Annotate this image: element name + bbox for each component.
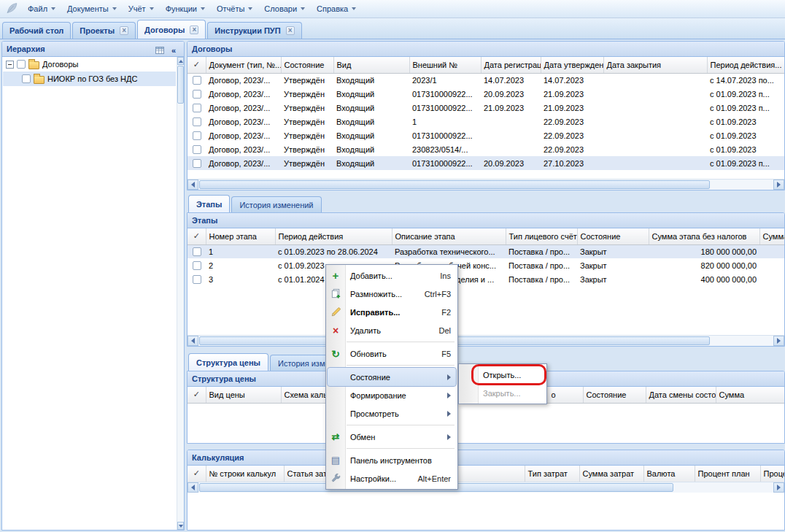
menu-item-delete[interactable]: ×УдалитьDel bbox=[326, 321, 457, 339]
table-row[interactable]: 2с 01.09.2023 по ...Разработка рабочей к… bbox=[187, 258, 784, 272]
column-header[interactable]: Период действия bbox=[275, 228, 392, 244]
table-row[interactable]: Договор, 2023/...УтверждёнВходящий2023/1… bbox=[187, 73, 784, 87]
column-header[interactable]: Дата регистрации bbox=[481, 57, 541, 73]
menu-item-add[interactable]: +Добавить...Ins bbox=[326, 266, 457, 285]
tab-projects[interactable]: Проекты× bbox=[72, 22, 136, 39]
column-header[interactable]: Номер этапа bbox=[206, 228, 275, 244]
tab-close-icon[interactable]: × bbox=[286, 26, 295, 35]
table-row[interactable]: Договор, 2023/...УтверждёнВходящий017310… bbox=[187, 128, 784, 142]
scroll-right-icon[interactable] bbox=[773, 482, 784, 493]
column-header-check[interactable]: ✓ bbox=[187, 57, 206, 73]
row-checkbox[interactable] bbox=[193, 247, 201, 256]
menu-functions[interactable]: Функции bbox=[160, 1, 211, 16]
row-checkbox[interactable] bbox=[193, 90, 201, 99]
horizontal-scrollbar[interactable] bbox=[187, 179, 784, 190]
scrollbar-thumb[interactable] bbox=[199, 180, 710, 189]
column-header[interactable]: Тип лицевого счёт bbox=[506, 228, 577, 244]
column-header[interactable]: Процент план bbox=[695, 466, 760, 482]
column-header[interactable]: Состояние bbox=[577, 228, 649, 244]
column-header[interactable]: Дата утверждения bbox=[541, 57, 603, 73]
tree-node-contracts[interactable]: Договоры bbox=[3, 57, 176, 72]
table-row[interactable]: Договор, 2023/...УтверждёнВходящий017310… bbox=[187, 101, 784, 115]
horizontal-scrollbar[interactable] bbox=[187, 482, 784, 493]
tree-checkbox[interactable] bbox=[17, 60, 26, 69]
menu-accounting[interactable]: Учёт bbox=[123, 1, 160, 16]
menu-item-duplicate[interactable]: Размножить...Ctrl+F3 bbox=[326, 285, 457, 303]
menu-item-close[interactable]: Закрыть... bbox=[459, 384, 546, 402]
row-checkbox[interactable] bbox=[193, 76, 201, 85]
tab-pup-instructions[interactable]: Инструкции ПУП× bbox=[207, 22, 301, 39]
column-header[interactable]: Процент факт bbox=[760, 466, 784, 482]
column-header[interactable]: Валюта bbox=[643, 466, 695, 482]
tab-stages[interactable]: Этапы bbox=[188, 195, 230, 212]
tab-close-icon[interactable]: × bbox=[190, 26, 198, 34]
column-header[interactable]: Состояние bbox=[281, 57, 333, 73]
column-header[interactable]: Сумма bbox=[759, 228, 784, 244]
column-header[interactable]: Описание этапа bbox=[392, 228, 506, 244]
column-header[interactable]: Документ (тип, №... bbox=[206, 57, 281, 73]
column-header[interactable]: Вид bbox=[333, 57, 409, 73]
scroll-right-icon[interactable] bbox=[773, 336, 784, 346]
row-checkbox[interactable] bbox=[193, 159, 201, 168]
tab-change-history[interactable]: История изменений bbox=[231, 196, 321, 212]
vertical-scrollbar[interactable] bbox=[177, 57, 184, 530]
row-checkbox[interactable] bbox=[193, 117, 201, 126]
menu-item-toolbar[interactable]: ▤Панель инструментов bbox=[326, 451, 457, 469]
grid-icon[interactable] bbox=[154, 45, 166, 55]
column-header[interactable]: Сумма bbox=[716, 387, 784, 403]
menu-item-state[interactable]: Состояние bbox=[328, 368, 456, 386]
scroll-up-icon[interactable] bbox=[177, 57, 184, 65]
tree-checkbox[interactable] bbox=[22, 74, 31, 83]
tab-contracts[interactable]: Договоры× bbox=[137, 20, 206, 39]
table-row[interactable]: 3с 01.01.2024 по ...Изготовление изделия… bbox=[187, 272, 784, 286]
horizontal-scrollbar[interactable] bbox=[187, 335, 784, 346]
column-header[interactable]: Дата смены состоя bbox=[646, 387, 716, 403]
menu-file[interactable]: Файл bbox=[22, 1, 61, 16]
scroll-left-icon[interactable] bbox=[187, 482, 198, 493]
column-header[interactable]: Период действия... bbox=[707, 57, 784, 73]
menu-item-edit[interactable]: Исправить...F2 bbox=[326, 303, 457, 321]
cell: Договор, 2023/... bbox=[206, 115, 281, 128]
column-header-check[interactable]: ✓ bbox=[187, 466, 206, 482]
column-header[interactable]: Сумма затрат bbox=[579, 466, 643, 482]
column-header[interactable]: Сумма этапа без налогов bbox=[649, 228, 759, 244]
menu-item-refresh[interactable]: ↻ОбновитьF5 bbox=[326, 344, 457, 363]
menu-item-exchange[interactable]: ⇄Обмен bbox=[326, 428, 457, 446]
tab-desktop[interactable]: Рабочий стол bbox=[2, 22, 71, 39]
row-checkbox[interactable] bbox=[193, 145, 201, 154]
column-header[interactable]: Внешний № bbox=[409, 57, 481, 73]
tab-close-icon[interactable]: × bbox=[120, 26, 128, 35]
row-checkbox[interactable] bbox=[193, 275, 201, 284]
column-header[interactable]: Дата закрытия bbox=[603, 57, 707, 73]
menu-reports[interactable]: Отчёты bbox=[211, 1, 258, 16]
column-header[interactable]: Тип затрат bbox=[525, 466, 579, 482]
menu-documents[interactable]: Документы bbox=[61, 1, 123, 16]
scroll-right-icon[interactable] bbox=[773, 180, 784, 190]
scroll-left-icon[interactable] bbox=[187, 336, 198, 346]
table-row-selected[interactable]: 1с 01.09.2023 по 28.06.2024Разработка те… bbox=[187, 244, 784, 258]
column-header-check[interactable]: ✓ bbox=[187, 387, 206, 403]
column-header[interactable]: № строки калькул bbox=[206, 466, 284, 482]
scroll-down-icon[interactable] bbox=[177, 522, 184, 530]
tree-node-niokr[interactable]: НИОКР по ГОЗ без НДС bbox=[3, 72, 176, 86]
menu-item-settings[interactable]: Настройки...Alt+Enter bbox=[326, 469, 457, 487]
column-header-check[interactable]: ✓ bbox=[187, 228, 206, 244]
column-header[interactable]: Состояние bbox=[583, 387, 646, 403]
row-checkbox[interactable] bbox=[193, 261, 201, 270]
row-checkbox[interactable] bbox=[193, 104, 201, 112]
row-checkbox[interactable] bbox=[193, 131, 201, 140]
menu-help[interactable]: Справка bbox=[311, 1, 362, 16]
menu-item-formation[interactable]: Формирование bbox=[326, 386, 457, 404]
tab-price-structure[interactable]: Структура цены bbox=[188, 353, 268, 371]
table-row[interactable]: Договор, 2023/...УтверждёнВходящий122.09… bbox=[187, 115, 784, 128]
menu-item-view[interactable]: Просмотреть bbox=[326, 404, 457, 423]
collapse-panel-icon[interactable]: « bbox=[168, 45, 179, 55]
menu-dictionaries[interactable]: Словари bbox=[258, 1, 311, 16]
table-row[interactable]: Договор, 2023/...УтверждёнВходящий017310… bbox=[187, 87, 784, 101]
table-row-selected[interactable]: Договор, 2023/...УтверждёнВходящий017310… bbox=[187, 156, 784, 170]
column-header[interactable]: Вид цены bbox=[206, 387, 281, 403]
scroll-left-icon[interactable] bbox=[187, 180, 198, 190]
table-row[interactable]: Договор, 2023/...УтверждёнВходящий230823… bbox=[187, 142, 784, 156]
tree-collapse-icon[interactable] bbox=[6, 61, 14, 69]
scrollbar-thumb[interactable] bbox=[177, 66, 184, 104]
